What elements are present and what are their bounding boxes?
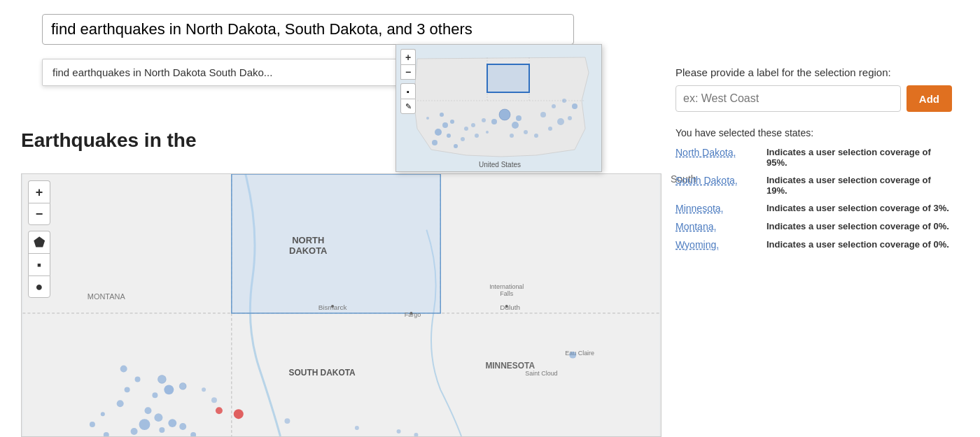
- state-name[interactable]: South Dakota,: [676, 175, 760, 186]
- state-row: Minnesota,Indicates a user selection cov…: [676, 203, 952, 214]
- svg-point-79: [562, 99, 566, 103]
- right-panel: Please provide a label for the selection…: [676, 66, 952, 257]
- svg-point-63: [461, 137, 465, 141]
- svg-text:Saint Cloud: Saint Cloud: [525, 370, 557, 377]
- map-controls: + − ⬟ ▪ ●: [28, 180, 50, 298]
- svg-point-38: [135, 376, 141, 382]
- zoom-in-button[interactable]: +: [28, 180, 50, 203]
- svg-point-72: [568, 116, 572, 120]
- svg-point-26: [164, 385, 174, 394]
- svg-point-36: [125, 387, 130, 392]
- svg-point-65: [426, 117, 429, 120]
- svg-text:DAKOTA: DAKOTA: [289, 245, 327, 256]
- svg-text:MINNESOTA: MINNESOTA: [485, 361, 535, 371]
- svg-point-69: [491, 119, 497, 124]
- svg-point-62: [454, 144, 458, 148]
- zoom-out-button[interactable]: −: [28, 203, 50, 225]
- svg-point-61: [432, 140, 438, 145]
- search-bar-container: find earthquakes in North Dakota South D…: [42, 14, 574, 45]
- mini-draw-controls: ▪ ✎: [400, 83, 416, 114]
- svg-point-60: [450, 120, 454, 124]
- svg-point-24: [179, 382, 186, 389]
- svg-point-58: [435, 129, 442, 136]
- svg-point-45: [284, 418, 290, 424]
- svg-point-46: [355, 426, 359, 430]
- svg-point-66: [499, 109, 510, 120]
- states-list: North Dakota,Indicates a user selection …: [676, 147, 952, 250]
- selected-states-label: You have selected these states:: [676, 127, 952, 138]
- svg-point-59: [447, 134, 451, 138]
- svg-point-50: [234, 409, 244, 419]
- svg-point-80: [471, 123, 475, 127]
- mini-draw-edit-button[interactable]: ✎: [400, 99, 416, 114]
- draw-rect-button[interactable]: ▪: [28, 253, 50, 275]
- svg-text:United States: United States: [479, 161, 521, 169]
- svg-text:Falls: Falls: [500, 290, 513, 297]
- mini-map-popup: + − ▪ ✎: [396, 44, 602, 172]
- state-row: South Dakota,Indicates a user selection …: [676, 175, 952, 196]
- svg-point-74: [548, 127, 552, 131]
- state-row: Wyoming,Indicates a user selection cover…: [676, 239, 952, 250]
- svg-point-47: [397, 429, 401, 434]
- label-row: Add: [676, 85, 952, 112]
- svg-point-82: [475, 134, 479, 138]
- state-coverage: Indicates a user selection coverage of 3…: [766, 203, 949, 213]
- svg-point-76: [524, 130, 528, 134]
- svg-point-25: [158, 375, 166, 383]
- draw-polygon-button[interactable]: ⬟: [28, 231, 50, 253]
- svg-text:Duluth: Duluth: [500, 303, 520, 311]
- mini-zoom-in-button[interactable]: +: [400, 49, 416, 64]
- state-name[interactable]: Montana,: [676, 221, 760, 232]
- svg-point-56: [440, 113, 444, 117]
- state-coverage: Indicates a user selection coverage of 0…: [766, 239, 949, 250]
- svg-text:ANA: ANA: [40, 436, 55, 436]
- svg-text:SOUTH DAKOTA: SOUTH DAKOTA: [289, 368, 356, 378]
- state-row: North Dakota,Indicates a user selection …: [676, 147, 952, 168]
- svg-point-49: [569, 352, 576, 359]
- svg-point-44: [211, 397, 217, 403]
- svg-point-32: [159, 427, 164, 433]
- svg-point-78: [552, 104, 556, 108]
- svg-point-64: [464, 127, 468, 131]
- add-button[interactable]: Add: [906, 85, 952, 112]
- svg-point-22: [410, 312, 412, 315]
- svg-point-81: [482, 118, 486, 122]
- state-coverage: Indicates a user selection coverage of 1…: [766, 175, 952, 196]
- svg-text:NORTH: NORTH: [292, 235, 324, 245]
- draw-circle-button[interactable]: ●: [28, 275, 50, 298]
- svg-point-30: [139, 419, 150, 430]
- svg-point-21: [331, 305, 334, 308]
- svg-point-23: [505, 305, 508, 308]
- svg-point-73: [572, 103, 578, 109]
- label-input[interactable]: [676, 85, 901, 112]
- svg-point-83: [486, 131, 489, 134]
- svg-point-43: [202, 387, 206, 392]
- label-instruction: Please provide a label for the selection…: [676, 66, 952, 78]
- draw-controls: ⬟ ▪ ●: [28, 231, 50, 298]
- svg-text:MONTANA: MONTANA: [88, 292, 126, 301]
- state-coverage: Indicates a user selection coverage of 0…: [766, 221, 949, 231]
- state-coverage: Indicates a user selection coverage of 9…: [766, 147, 952, 168]
- svg-point-31: [131, 428, 138, 435]
- svg-point-77: [510, 134, 514, 138]
- svg-point-51: [216, 407, 223, 414]
- svg-point-57: [442, 122, 448, 128]
- svg-point-67: [512, 122, 519, 129]
- svg-point-37: [117, 400, 124, 407]
- svg-point-29: [154, 413, 162, 422]
- map-container[interactable]: NORTH DAKOTA SOUTH DAKOTA MINNESOTA MONT…: [21, 173, 662, 437]
- svg-point-33: [168, 419, 176, 427]
- mini-zoom-out-button[interactable]: −: [400, 64, 416, 80]
- svg-point-34: [179, 423, 186, 430]
- mini-draw-rect-button[interactable]: ▪: [400, 83, 416, 99]
- state-name[interactable]: Wyoming,: [676, 239, 760, 250]
- mini-map-controls: + − ▪ ✎: [400, 49, 416, 114]
- search-input[interactable]: [42, 14, 574, 45]
- svg-rect-84: [487, 64, 529, 92]
- state-name[interactable]: North Dakota,: [676, 147, 760, 158]
- svg-point-28: [144, 407, 151, 414]
- svg-point-68: [516, 115, 522, 121]
- state-name[interactable]: Minnesota,: [676, 203, 760, 214]
- page-title: Earthquakes in the: [21, 129, 197, 152]
- svg-text:International: International: [489, 283, 524, 290]
